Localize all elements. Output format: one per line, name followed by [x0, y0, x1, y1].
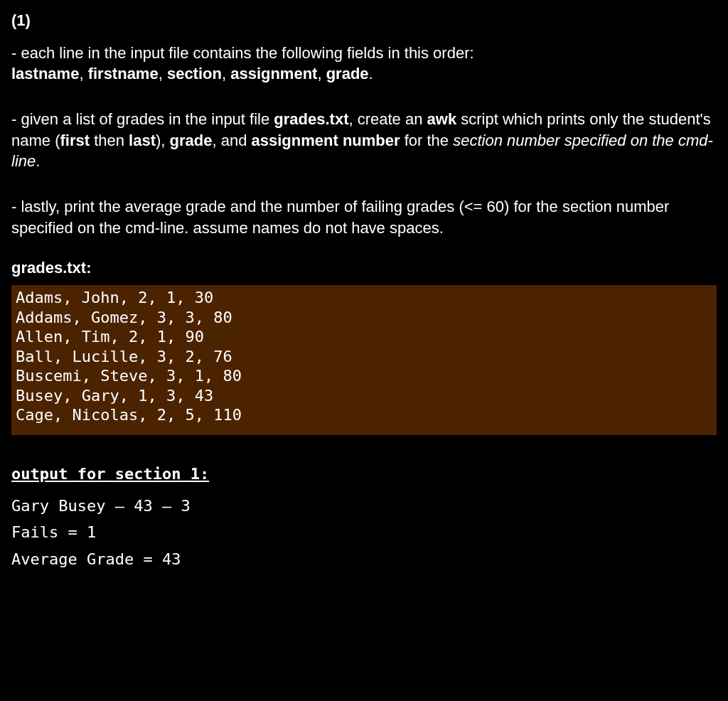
field-firstname: firstname [88, 65, 159, 82]
output-line: Gary Busey – 43 – 3 [11, 493, 717, 519]
paragraph-3: - lastly, print the average grade and th… [11, 196, 717, 238]
p2-t4: then [90, 132, 129, 149]
paragraph-2: - given a list of grades in the input fi… [11, 109, 717, 172]
p2-t7: for the [400, 132, 454, 149]
p2-t6: , and [213, 132, 252, 149]
field-assignment: assignment [230, 65, 317, 82]
p2-awk: awk [427, 110, 457, 128]
file-line: Buscemi, Steve, 3, 1, 80 [16, 367, 242, 385]
field-lastname: lastname [11, 65, 79, 82]
file-line: Addams, Gomez, 3, 3, 80 [16, 309, 232, 326]
p2-last: last [129, 132, 156, 149]
field-section: section [167, 65, 222, 82]
grades-file-content: Adams, John, 2, 1, 30 Addams, Gomez, 3, … [11, 285, 717, 435]
file-line: Adams, John, 2, 1, 30 [16, 289, 213, 306]
file-line: Ball, Lucille, 3, 2, 76 [16, 348, 232, 365]
p2-first: first [60, 132, 90, 149]
p2-grade: grade [170, 132, 213, 149]
p2-file: grades.txt [274, 110, 348, 128]
p2-t5: ), [156, 132, 170, 149]
file-line: Busey, Gary, 1, 3, 43 [16, 387, 213, 405]
p2-t1: - given a list of grades in the input fi… [11, 110, 274, 128]
file-line: Cage, Nicolas, 2, 5, 110 [16, 406, 242, 424]
file-line: Allen, Tim, 2, 1, 90 [16, 328, 204, 346]
output-line: Fails = 1 [11, 519, 717, 545]
p1-lead: - each line in the input file contains t… [11, 44, 474, 62]
output-line: Average Grade = 43 [11, 546, 717, 572]
grades-file-label: grades.txt: [11, 257, 717, 279]
field-grade: grade [326, 65, 369, 82]
question-number: (1) [11, 10, 717, 31]
p2-t2: , create an [348, 110, 427, 128]
output-header: output for section 1: [11, 461, 717, 487]
p2-anum: assignment number [252, 132, 400, 149]
paragraph-1: - each line in the input file contains t… [11, 43, 717, 85]
p2-t8: . [36, 152, 40, 170]
